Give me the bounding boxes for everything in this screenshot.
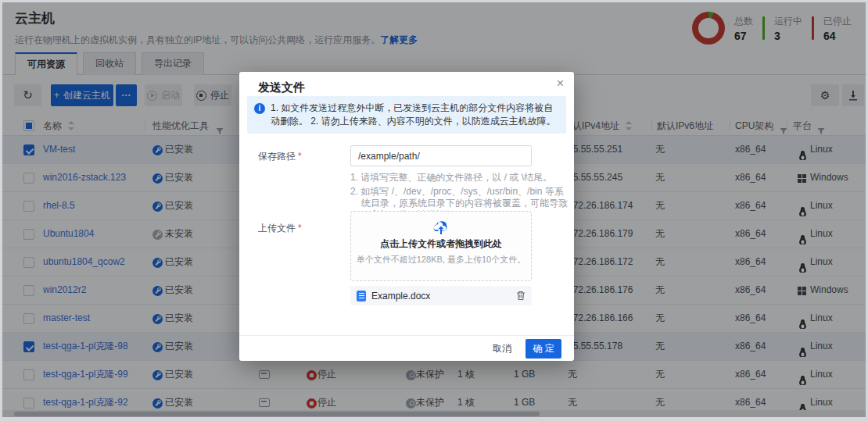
save-path-hint-1: 1. 请填写完整、正确的文件路径，以 / 或 \结尾。	[350, 172, 572, 184]
document-icon	[357, 291, 366, 301]
cancel-button[interactable]: 取消	[493, 342, 511, 355]
upload-label-text: 上传文件	[258, 223, 296, 234]
info-icon: i	[254, 103, 265, 114]
save-path-label-text: 保存路径	[258, 151, 296, 162]
save-path-input[interactable]	[350, 145, 532, 166]
upload-dropzone[interactable]: 点击上传文件或者拖拽到此处 单个文件不超过128KB, 最多上传10个文件。	[350, 211, 532, 281]
upload-main-text: 点击上传文件或者拖拽到此处	[351, 237, 531, 251]
window-frame: 云主机 运行在物理机上的虚拟机实例，具有独立的IP地址，可以访问公共网络，运行应…	[0, 0, 868, 421]
send-file-modal: 发送文件 × i 1. 如文件发送过程意外中断，已发送到云主机的部分文件内容将被…	[239, 72, 574, 361]
confirm-button[interactable]: 确 定	[525, 339, 561, 359]
upload-hint-text: 单个文件不超过128KB, 最多上传10个文件。	[351, 254, 531, 266]
cloud-upload-icon	[432, 219, 450, 235]
upload-label: 上传文件*	[258, 222, 302, 235]
app: 云主机 运行在物理机上的虚拟机实例，具有独立的IP地址，可以访问公共网络，运行应…	[2, 2, 866, 417]
close-icon[interactable]: ×	[557, 77, 564, 91]
modal-footer: 取消 确 定	[239, 335, 574, 361]
uploaded-file-name: Example.docx	[371, 291, 511, 301]
modal-notice-text: 1. 如文件发送过程意外中断，已发送到云主机的部分文件内容将被自动删除。 2. …	[271, 102, 556, 127]
save-path-label: 保存路径*	[258, 150, 302, 163]
modal-notice-banner: i 1. 如文件发送过程意外中断，已发送到云主机的部分文件内容将被自动删除。 2…	[247, 96, 566, 134]
uploaded-file-item: Example.docx	[350, 286, 532, 305]
modal-title: 发送文件	[258, 80, 305, 95]
trash-icon[interactable]	[516, 291, 525, 301]
